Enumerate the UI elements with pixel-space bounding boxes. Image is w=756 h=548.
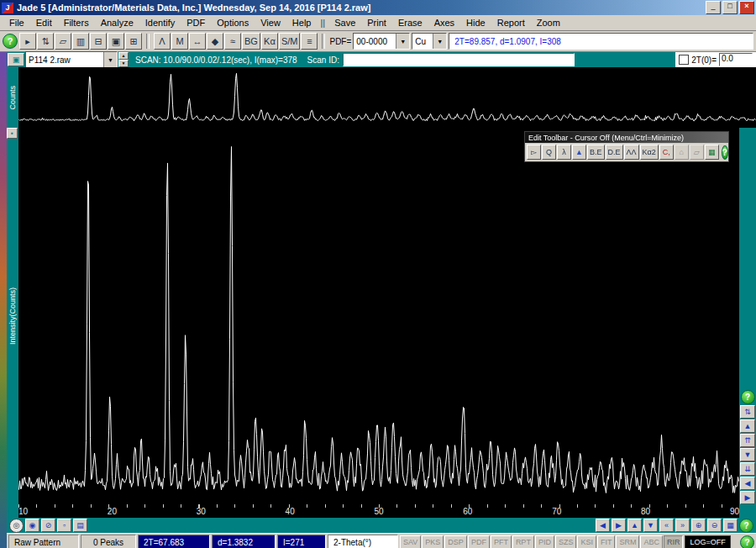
status-toggle[interactable]: SRM [616,535,639,548]
kalpha2-button[interactable]: Kα [261,33,278,50]
menu-item[interactable]: Filters [58,17,95,29]
chevron-down-icon[interactable]: ▼ [396,34,409,49]
status-log-toggle[interactable]: LOG=OFF [685,535,730,548]
erase-cursor-button[interactable]: ⊘ [41,519,55,532]
pane-layout-button[interactable]: ▤ [73,519,87,532]
status-toggle[interactable]: PFT [491,535,512,548]
status-toggle[interactable]: PID [535,535,554,548]
scan-id-input[interactable] [343,53,575,66]
menu-item[interactable]: PDF [181,17,211,29]
menu-item[interactable]: View [255,17,286,29]
scroll-right-button[interactable]: ▶ [740,491,755,504]
status-toggle[interactable]: PKS [422,535,444,548]
zoom-in-button[interactable]: ⊕ [691,519,706,532]
menu-item[interactable]: Print [361,17,392,29]
background-button[interactable]: BG [242,33,260,50]
pane-control-button[interactable]: ▣ [8,53,24,66]
report-list-button[interactable]: ≡ [301,33,318,50]
file-spinner[interactable]: ▲▼ [118,52,129,67]
menu-item[interactable]: Hide [460,17,491,29]
pan-right-button[interactable]: ▶ [612,519,626,532]
scroll-up-button[interactable]: ▲ [740,419,755,433]
open-file-button[interactable]: ▱ [55,33,71,50]
two-theta-zero-input[interactable]: 0.0 [719,53,753,66]
edit-toolbar-help-button[interactable]: ? [722,145,728,160]
anode-combo[interactable]: Cu ▼ [412,33,447,50]
save-display-button[interactable]: ▣ [108,33,124,50]
edit-toolbar-title[interactable]: Edit Toolbar - Cursor Off (Menu/Ctrl=Min… [525,132,728,143]
menu-item[interactable]: Edit [30,17,58,29]
find-peaks-button[interactable]: Λ [154,33,171,50]
menu-item[interactable]: Options [211,17,255,29]
cursor-target-button[interactable]: ◉ [25,519,39,532]
menu-item[interactable]: Zoom [531,17,566,29]
main-plot[interactable] [18,128,739,504]
pointer-tool-button[interactable]: ▻ [527,145,541,160]
peak-profile-button[interactable]: ΛΛ [624,145,639,160]
stick-pattern-button[interactable]: ↔ [189,33,206,50]
spin-down-icon[interactable]: ▼ [118,60,129,67]
status-toggle[interactable]: SZS [555,535,577,548]
page-down-button[interactable]: ⇊ [740,462,755,476]
pane-corner-button[interactable]: ▪ [7,128,18,139]
menu-item[interactable]: Erase [392,17,428,29]
tile-chart-button[interactable]: ▦ [723,519,738,532]
de-filter-button[interactable]: D.E [606,145,623,160]
status-toggle[interactable]: DSP [444,535,467,548]
status-toggle[interactable]: SAV [400,535,421,548]
scroll-down-button[interactable]: ▼ [740,448,755,461]
fast-right-button[interactable]: » [675,519,690,532]
status-toggle[interactable]: PDF [468,535,490,548]
smooth-button[interactable]: ≈ [224,33,241,50]
menu-item[interactable]: Save [328,17,361,29]
two-theta-zero-checkbox[interactable] [679,55,689,65]
close-button[interactable]: × [739,1,754,14]
file-combo[interactable]: P114 2.raw ▼ [25,51,118,68]
peak-id-tool-button[interactable]: ▲ [572,145,586,160]
help-button[interactable]: ? [3,34,18,49]
menu-item[interactable]: Help [286,17,318,29]
maximize-button[interactable]: □ [722,1,738,14]
home-range-button[interactable]: ⌂ [675,145,689,160]
tile-view-button[interactable]: ▦ [705,145,719,160]
pane-splitter-button[interactable]: ⇅ [740,405,755,419]
pan-up-button[interactable]: ▲ [627,519,642,532]
overlay-button[interactable]: ◆ [207,33,223,50]
file-browser-button[interactable]: ▥ [72,33,89,50]
kalpha2-strip-button[interactable]: Kα2 [640,145,659,160]
page-up-button[interactable]: ⇈ [740,434,755,447]
chevron-down-icon[interactable]: ▼ [433,34,446,49]
scroll-left-button[interactable]: ◀ [740,477,755,490]
minimize-button[interactable]: _ [706,1,721,14]
menu-item[interactable]: Axes [428,17,460,29]
pdf-combo[interactable]: 00-0000 ▼ [353,33,410,50]
menu-item[interactable]: Report [491,17,531,29]
tile-windows-button[interactable]: ⊞ [125,33,142,50]
status-toggle[interactable]: RPT [512,535,534,548]
area-tool-button[interactable]: ▱ [690,145,704,160]
menu-item[interactable]: File [3,17,30,29]
menu-item[interactable]: Identify [139,17,181,29]
preview-plot[interactable] [18,67,756,128]
cursor-circle-button[interactable]: ◎ [9,519,24,533]
pan-left-button[interactable]: ◀ [596,519,610,532]
scale-spin-button[interactable]: ⇅ [37,33,54,50]
calculator-button[interactable]: C, [659,145,674,160]
bottom-help-button[interactable]: ? [739,519,753,533]
spin-up-icon[interactable]: ▲ [118,52,129,60]
status-toggle[interactable]: KSI [577,535,596,548]
status-toggle[interactable]: FIT [597,535,616,548]
status-help-button[interactable]: ? [740,535,754,548]
status-toggle[interactable]: ABC [640,535,663,548]
edit-cursor-button[interactable]: ▸ [19,33,36,50]
zoom-out-button[interactable]: ⊖ [707,519,722,532]
small-step-button[interactable]: ▫ [57,519,71,532]
pane-help-button[interactable]: ? [741,390,755,404]
pan-down-button[interactable]: ▼ [643,519,658,532]
profile-fit-button[interactable]: M [171,33,188,50]
search-match-button[interactable]: S/M [279,33,301,50]
menu-item[interactable]: Analyze [95,17,139,29]
zoom-tool-button[interactable]: Q [542,145,556,160]
be-filter-button[interactable]: B.E [587,145,605,160]
fast-left-button[interactable]: « [659,519,674,532]
